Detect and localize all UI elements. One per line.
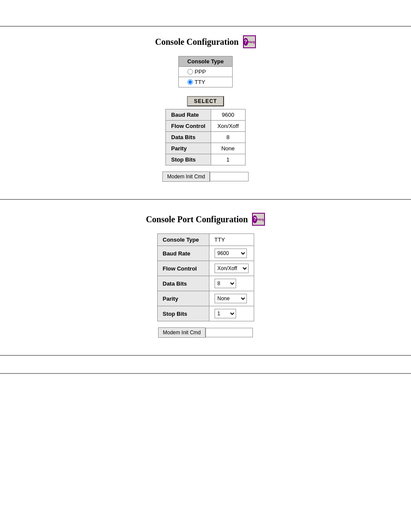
- modem-init-row: Modem Init Cmd: [162, 171, 249, 182]
- data-bits-value: 8: [211, 132, 245, 143]
- table-row: Console Type TTY: [157, 234, 254, 246]
- port-flow-control-label: Flow Control: [157, 261, 209, 276]
- modem-init-row-2: Modem Init Cmd: [158, 327, 253, 338]
- data-bits-label: Data Bits: [166, 132, 211, 143]
- table-row: Stop Bits 1: [166, 154, 245, 165]
- console-config-section: Console Configuration ? Help Console Typ…: [0, 27, 411, 195]
- section1-title: Console Configuration: [155, 37, 239, 47]
- flow-control-value: Xon/Xoff: [211, 121, 245, 132]
- table-row: Stop Bits 1 2: [157, 306, 254, 321]
- help-label-text: Help: [248, 40, 255, 44]
- help-label-text-2: Help: [257, 218, 265, 221]
- baud-rate-label: Baud Rate: [166, 109, 211, 121]
- port-settings-table: Console Type TTY Baud Rate 9600 19200 38…: [157, 233, 254, 321]
- baud-rate-select[interactable]: 9600 19200 38400 57600 115200: [215, 249, 247, 258]
- modem-label-2: Modem Init Cmd: [158, 327, 206, 338]
- port-flow-control-cell[interactable]: Xon/Xoff None Hardware: [209, 261, 254, 276]
- table-row: Flow Control Xon/Xoff None Hardware: [157, 261, 254, 276]
- section1-title-row: Console Configuration ? Help: [155, 35, 256, 48]
- console-port-config-section: Console Port Configuration ? Help Consol…: [0, 204, 411, 351]
- console-type-table: Console Type PPP TTY: [178, 56, 233, 87]
- settings-table: Baud Rate 9600 Flow Control Xon/Xoff Dat…: [165, 109, 245, 165]
- port-console-type-value: TTY: [209, 234, 254, 246]
- data-bits-select[interactable]: 8 7 6 5: [215, 279, 236, 288]
- flow-control-label: Flow Control: [166, 121, 211, 132]
- table-row: Flow Control Xon/Xoff: [166, 121, 245, 132]
- help-circle-icon: ?: [243, 38, 248, 46]
- ppp-radio-row[interactable]: PPP: [178, 67, 232, 77]
- table-row: Baud Rate 9600 19200 38400 57600 115200: [157, 246, 254, 261]
- tty-label: TTY: [195, 79, 206, 85]
- stop-bits-label: Stop Bits: [166, 154, 211, 165]
- section2-title-row: Console Port Configuration ? Help: [146, 213, 265, 226]
- section1-help-button[interactable]: ? Help: [243, 35, 256, 48]
- parity-select[interactable]: None Even Odd: [215, 294, 247, 303]
- bottom-divider: [0, 355, 411, 356]
- stop-bits-value: 1: [211, 154, 245, 165]
- mid-divider: [0, 199, 411, 200]
- table-row: Parity None: [166, 143, 245, 154]
- tty-radio[interactable]: [187, 79, 193, 85]
- table-row: Data Bits 8 7 6 5: [157, 276, 254, 291]
- ppp-radio[interactable]: [187, 69, 193, 75]
- port-data-bits-cell[interactable]: 8 7 6 5: [209, 276, 254, 291]
- tty-radio-row[interactable]: TTY: [178, 77, 232, 87]
- help-circle-icon-2: ?: [252, 215, 257, 223]
- stop-bits-select[interactable]: 1 2: [215, 309, 236, 318]
- port-parity-cell[interactable]: None Even Odd: [209, 291, 254, 306]
- parity-value: None: [211, 143, 245, 154]
- modem-input-2[interactable]: [206, 328, 253, 337]
- table-row: Baud Rate 9600: [166, 109, 245, 121]
- port-parity-label: Parity: [157, 291, 209, 306]
- parity-label: Parity: [166, 143, 211, 154]
- table-row: Parity None Even Odd: [157, 291, 254, 306]
- port-data-bits-label: Data Bits: [157, 276, 209, 291]
- select-button[interactable]: SELECT: [187, 96, 224, 106]
- table-row: Data Bits 8: [166, 132, 245, 143]
- flow-control-select[interactable]: Xon/Xoff None Hardware: [215, 264, 249, 273]
- ppp-label: PPP: [195, 68, 206, 75]
- port-console-type-label: Console Type: [157, 234, 209, 246]
- section2-help-button[interactable]: ? Help: [252, 213, 265, 226]
- port-baud-rate-cell[interactable]: 9600 19200 38400 57600 115200: [209, 246, 254, 261]
- port-baud-rate-label: Baud Rate: [157, 246, 209, 261]
- modem-input[interactable]: [210, 172, 249, 181]
- baud-rate-value: 9600: [211, 109, 245, 121]
- port-stop-bits-cell[interactable]: 1 2: [209, 306, 254, 321]
- section2-title: Console Port Configuration: [146, 215, 248, 224]
- final-divider: [0, 373, 411, 374]
- port-stop-bits-label: Stop Bits: [157, 306, 209, 321]
- modem-label: Modem Init Cmd: [162, 171, 210, 182]
- console-type-header: Console Type: [178, 56, 232, 67]
